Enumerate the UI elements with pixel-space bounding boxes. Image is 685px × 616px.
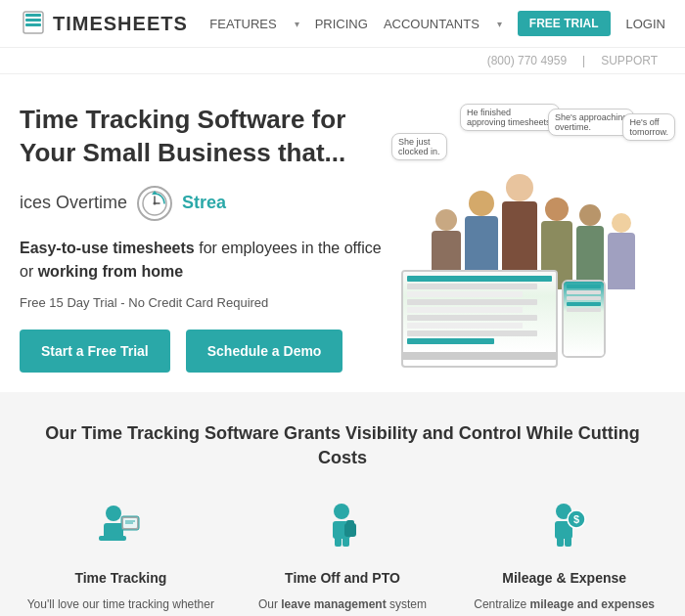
speech-bubble-3: She's approachingovertime. [548, 109, 634, 136]
nav-free-trial-button[interactable]: FREE TRIAL [518, 11, 611, 36]
features-grid: Time Tracking You'll love our time track… [20, 500, 665, 616]
screen-row-accent [407, 338, 494, 344]
hero-left: Time Tracking Software for Your Small Bu… [20, 104, 382, 373]
svg-text:$: $ [573, 513, 579, 525]
screen-row-3 [407, 299, 537, 305]
device-mockup [401, 270, 606, 368]
svg-rect-21 [342, 537, 349, 547]
laptop-base [401, 352, 558, 360]
speech-bubble-2: He finishedapproving timesheets. [460, 104, 560, 131]
svg-rect-2 [25, 23, 41, 26]
laptop-screen [403, 272, 556, 352]
nav-accountants[interactable]: ACCOUNTANTS [384, 17, 480, 31]
time-off-desc: Our leave management system handles empl… [245, 595, 440, 616]
phone-row-1 [567, 285, 601, 288]
svg-rect-20 [335, 537, 342, 547]
rotating-text-area: ices Overtime Strea [20, 186, 382, 221]
svg-point-7 [154, 201, 157, 204]
phone-mockup [562, 280, 606, 358]
header-sub: (800) 770 4959 | SUPPORT [0, 48, 685, 74]
time-off-title: Time Off and PTO [245, 570, 440, 586]
time-off-icon [313, 500, 372, 558]
mileage-desc: Centralize mileage and expenses with tim… [467, 595, 662, 616]
hero-right: She justclocked in. He finishedapproving… [382, 104, 685, 373]
trial-note: Free 15 Day Trial - No Credit Card Requi… [20, 295, 382, 310]
person-1-head [435, 209, 457, 231]
person-6 [608, 213, 635, 289]
grants-section: Our Time Tracking Software Grants Visibi… [0, 392, 685, 616]
nav-pricing[interactable]: PRICING [315, 17, 368, 31]
hero-image: She justclocked in. He finishedapproving… [382, 104, 685, 368]
person-3-head [506, 174, 533, 201]
svg-rect-18 [344, 523, 356, 537]
phone-row-3 [567, 296, 601, 300]
logo-icon [20, 10, 47, 37]
svg-rect-0 [25, 14, 41, 17]
tod-bold1: leave management [281, 597, 386, 611]
feature-time-off: Time Off and PTO Our leave management sy… [245, 500, 440, 616]
rotating-strea: Strea [182, 193, 226, 213]
hero-sub-text: Easy-to-use timesheets for employees in … [20, 237, 382, 284]
screen-row-header [407, 276, 552, 282]
schedule-demo-button[interactable]: Schedule a Demo [186, 330, 343, 373]
phone-number: (800) 770 4959 [487, 54, 567, 67]
screen-row-2 [407, 291, 523, 297]
svg-rect-26 [557, 537, 564, 547]
laptop-mockup [401, 270, 558, 368]
svg-rect-27 [565, 537, 571, 547]
mileage-icon: $ [535, 500, 594, 558]
person-5-head [579, 204, 601, 226]
phone-screen [564, 282, 604, 356]
accountants-arrow: ▾ [497, 19, 502, 29]
nav-login[interactable]: LOGIN [626, 17, 665, 31]
me-bold1: mileage and expenses [530, 597, 655, 611]
phone-row-2 [567, 290, 601, 294]
svg-rect-1 [25, 19, 41, 22]
time-tracking-desc: You'll love our time tracking whether it… [23, 595, 218, 616]
screen-row-7 [407, 330, 537, 336]
main-nav: FEATURES▾ PRICING ACCOUNTANTS▾ FREE TRIA… [209, 11, 665, 36]
start-free-trial-button[interactable]: Start a Free Trial [20, 330, 170, 373]
logo-wordmark: TIMESHEETS [53, 13, 188, 35]
phone-row-4 [567, 302, 601, 306]
svg-rect-11 [99, 536, 126, 541]
svg-point-9 [106, 506, 121, 521]
person-4-head [545, 198, 569, 221]
clock-icon [137, 186, 172, 221]
screen-row-1 [407, 284, 537, 289]
rotating-label: ices Overtime [20, 193, 127, 213]
hero-title: Time Tracking Software for Your Small Bu… [20, 104, 382, 170]
support-link[interactable]: SUPPORT [601, 54, 658, 67]
grants-title: Our Time Tracking Software Grants Visibi… [20, 421, 665, 470]
person-2-head [469, 191, 494, 216]
mileage-title: Mileage & Expense [467, 570, 662, 586]
screen-row-4 [407, 307, 523, 313]
nav-features[interactable]: FEATURES [209, 17, 276, 31]
person-6-head [612, 213, 631, 233]
speech-bubble-4: He's offtomorrow. [622, 113, 675, 141]
phone-row-5 [567, 308, 601, 312]
svg-rect-19 [346, 520, 354, 525]
people-group [382, 153, 685, 289]
hero-sub-bold1: Easy-to-use timesheets [20, 240, 195, 256]
svg-point-16 [334, 504, 349, 519]
features-arrow: ▾ [295, 19, 299, 29]
hero-buttons: Start a Free Trial Schedule a Demo [20, 330, 382, 373]
feature-time-tracking: Time Tracking You'll love our time track… [23, 500, 218, 616]
hero-section: Time Tracking Software for Your Small Bu… [0, 74, 685, 392]
time-tracking-icon [91, 500, 150, 558]
time-tracking-title: Time Tracking [23, 570, 218, 586]
person-6-body [608, 233, 635, 289]
feature-mileage: $ Mileage & Expense Centralize mileage a… [467, 500, 662, 616]
hero-sub-bold2: working from home [38, 263, 183, 280]
screen-row-5 [407, 315, 537, 321]
logo: TIMESHEETS [20, 10, 188, 37]
screen-row-6 [407, 323, 523, 329]
divider: | [582, 54, 585, 67]
header: TIMESHEETS FEATURES▾ PRICING ACCOUNTANTS… [0, 0, 685, 48]
